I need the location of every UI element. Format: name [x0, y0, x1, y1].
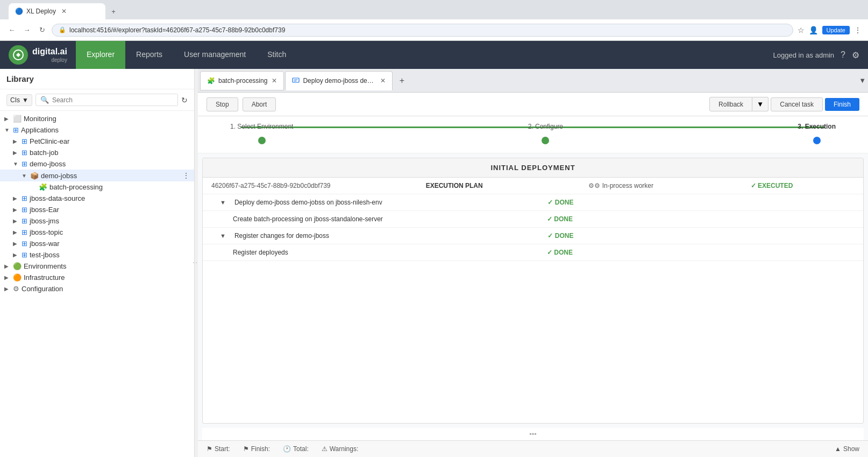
- petclinic-icon: ⊞: [22, 137, 27, 145]
- tree-item-jboss-topic[interactable]: ▶ ⊞ jboss-topic: [0, 227, 194, 238]
- tree-toggle-environments[interactable]: ▶: [4, 263, 11, 269]
- bookmark-icon[interactable]: ☆: [798, 26, 805, 34]
- tree-toggle-batch-job[interactable]: ▶: [13, 150, 19, 156]
- browser-tab[interactable]: 🔵 XL Deploy ✕: [9, 3, 105, 19]
- tree-item-batch-job[interactable]: ▶ ⊞ batch-job: [0, 147, 194, 158]
- nav-stitch[interactable]: Stitch: [257, 41, 297, 69]
- expand-row-3[interactable]: ▼: [220, 233, 226, 239]
- menu-icon[interactable]: ⋮: [854, 26, 862, 34]
- app-logo: digital.ai deploy: [0, 45, 76, 65]
- tree-item-jboss-war[interactable]: ▶ ⊞ jboss-war: [0, 238, 194, 249]
- total-label: Total:: [293, 445, 309, 453]
- row-2-status: ✓ DONE: [547, 215, 855, 223]
- check-icon-executed: ✓: [751, 182, 758, 189]
- search-icon: 🔍: [40, 96, 49, 104]
- tree-label-batch-processing: batch-processing: [49, 183, 103, 191]
- execution-title: INITIAL DEPLOYMENT: [203, 158, 863, 178]
- forward-button[interactable]: →: [22, 26, 32, 34]
- tree-toggle-jboss-ear[interactable]: ▶: [13, 207, 19, 213]
- browser-tab-close[interactable]: ✕: [61, 8, 67, 15]
- jboss-topic-icon: ⊞: [22, 228, 27, 236]
- tree-item-batch-processing[interactable]: 🧩 batch-processing: [0, 181, 194, 193]
- tree-more-menu[interactable]: ⋮: [182, 171, 190, 180]
- help-icon[interactable]: ?: [841, 50, 845, 60]
- ci-type-select[interactable]: CIs ▼: [6, 94, 32, 106]
- brand-name: digital.ai deploy: [32, 46, 67, 63]
- footer-warnings: ⚠ Warnings:: [322, 445, 359, 453]
- tree-toggle-applications[interactable]: ▼: [4, 127, 11, 133]
- execution-row-1: ▼ Deploy demo-jboss demo-jobss on jboss-…: [203, 194, 863, 211]
- demo-jboss-icon: ⊞: [22, 160, 27, 168]
- profile-icon[interactable]: 👤: [809, 26, 818, 34]
- tree-item-monitoring[interactable]: ▶ ⬜ Monitoring: [0, 113, 194, 124]
- tree-item-jboss-data-source[interactable]: ▶ ⊞ jboss-data-source: [0, 193, 194, 204]
- batch-job-icon: ⊞: [22, 149, 27, 157]
- settings-icon[interactable]: ⚙: [852, 50, 859, 60]
- tree-item-test-jboss[interactable]: ▶ ⊞ test-jboss: [0, 249, 194, 261]
- new-tab-button[interactable]: +: [394, 73, 410, 89]
- tree-toggle-monitoring[interactable]: ▶: [4, 116, 11, 122]
- tree-label-petclinic: PetClinic-ear: [30, 137, 69, 145]
- row-4-label: Register deployeds: [233, 249, 540, 256]
- abort-button[interactable]: Abort: [243, 97, 276, 111]
- tree-item-configuration[interactable]: ▶ ⚙ Configuration: [0, 283, 194, 294]
- execution-row-2: Create batch-processing on jboss-standal…: [203, 211, 863, 228]
- content-area: 🧩 batch-processing ✕ Deploy demo-jboss d…: [198, 69, 868, 457]
- tree-toggle-jboss-topic[interactable]: ▶: [13, 229, 19, 235]
- tree-label-configuration: Configuration: [22, 285, 63, 293]
- cancel-task-button[interactable]: Cancel task: [771, 97, 823, 111]
- footer-finish: ⚑ Finish:: [243, 445, 270, 453]
- tree-item-jboss-ear[interactable]: ▶ ⊞ jboss-Ear: [0, 204, 194, 215]
- tree-toggle-demo-jboss[interactable]: ▼: [13, 161, 19, 167]
- search-input[interactable]: [52, 96, 173, 104]
- tree-toggle-jboss-ds[interactable]: ▶: [13, 195, 19, 201]
- rollback-button[interactable]: Rollback: [709, 97, 752, 111]
- expand-row-1[interactable]: ▼: [220, 199, 226, 206]
- tree-toggle-demo-jobss[interactable]: ▼: [22, 173, 28, 179]
- update-button[interactable]: Update: [822, 26, 850, 34]
- nav-explorer[interactable]: Explorer: [76, 41, 125, 69]
- tab-deploy-close[interactable]: ✕: [380, 77, 386, 85]
- show-button[interactable]: ▲ Show: [835, 445, 859, 453]
- finish-button[interactable]: Finish: [825, 98, 859, 111]
- tree-label-monitoring: Monitoring: [24, 115, 56, 123]
- jboss-war-icon: ⊞: [22, 240, 27, 248]
- reload-button[interactable]: ↻: [37, 26, 47, 34]
- tree-toggle-jboss-jms[interactable]: ▶: [13, 218, 19, 224]
- tree-toggle-configuration[interactable]: ▶: [4, 286, 11, 292]
- back-button[interactable]: ←: [6, 26, 17, 34]
- stop-button[interactable]: Stop: [207, 97, 238, 111]
- ci-dropdown-icon: ▼: [22, 96, 29, 104]
- row-1-status: ✓ DONE: [547, 199, 855, 206]
- svg-rect-1: [293, 78, 299, 82]
- search-box[interactable]: 🔍: [35, 94, 178, 106]
- tree-item-demo-jboss[interactable]: ▼ ⊞ demo-jboss: [0, 158, 194, 170]
- nav-reports[interactable]: Reports: [125, 41, 173, 69]
- infrastructure-icon: 🟠: [13, 273, 22, 282]
- tree-item-infrastructure[interactable]: ▶ 🟠 Infrastructure: [0, 272, 194, 283]
- rollback-dropdown[interactable]: ▼: [752, 97, 769, 111]
- row-4-status: ✓ DONE: [547, 249, 855, 256]
- tree-toggle-jboss-war[interactable]: ▶: [13, 241, 19, 247]
- tab-batch-processing[interactable]: 🧩 batch-processing ✕: [200, 71, 284, 90]
- tree-item-demo-jobss[interactable]: ▼ 📦 demo-jobss ⋮: [0, 170, 194, 181]
- refresh-button[interactable]: ↻: [181, 96, 188, 104]
- tab-deploy-task[interactable]: Deploy demo-jboss demo-jobss to jboss-ni…: [285, 71, 393, 90]
- page-toolbar: Stop Abort Rollback ▼ Cancel task Finish: [198, 93, 868, 116]
- row-3-label: Register changes for demo-jboss: [234, 232, 542, 240]
- tab-deploy-icon: [292, 76, 300, 85]
- tab-batch-processing-label: batch-processing: [218, 77, 267, 85]
- nav-user-management[interactable]: User management: [173, 41, 257, 69]
- new-browser-tab-button[interactable]: +: [105, 3, 122, 19]
- execution-task-row: 46206f67-a275-45c7-88b9-92b0c0dbf739 EXE…: [203, 178, 863, 194]
- tree-item-jboss-jms[interactable]: ▶ ⊞ jboss-jms: [0, 215, 194, 227]
- tree-item-petclinic-ear[interactable]: ▶ ⊞ PetClinic-ear: [0, 136, 194, 147]
- tree-toggle-infrastructure[interactable]: ▶: [4, 275, 11, 280]
- url-bar[interactable]: 🔒 localhost:4516/#/explorer?taskId=46206…: [52, 24, 793, 37]
- tree-item-environments[interactable]: ▶ 🟢 Environments: [0, 261, 194, 272]
- tree-toggle-petclinic[interactable]: ▶: [13, 138, 19, 144]
- tab-overflow-button[interactable]: ▼: [859, 76, 866, 85]
- tree-toggle-test-jboss[interactable]: ▶: [13, 252, 19, 258]
- tree-item-applications[interactable]: ▼ ⊞ Applications: [0, 124, 194, 136]
- tab-batch-processing-close[interactable]: ✕: [272, 77, 277, 85]
